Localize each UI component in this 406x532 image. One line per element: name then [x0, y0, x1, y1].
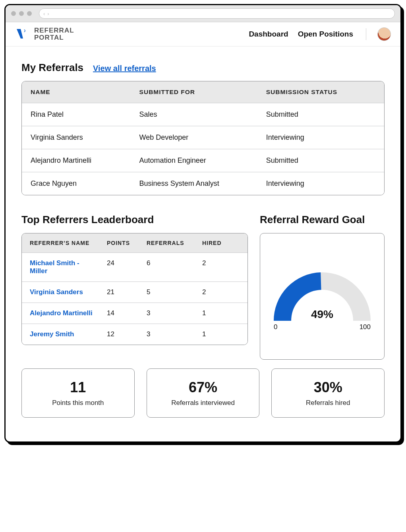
col-header-submitted-for: SUBMITTED FOR — [131, 81, 257, 103]
view-all-referrals-link[interactable]: View all referrals — [93, 64, 156, 73]
stat-value: 11 — [70, 379, 86, 396]
brand-line-1: REFERRAL — [34, 27, 74, 34]
cell-referrals: 6 — [141, 253, 197, 281]
stat-value: 67% — [189, 379, 217, 396]
top-nav: Dashboard Open Positions — [249, 27, 391, 41]
col-header-status: SUBMISSION STATUS — [257, 81, 384, 103]
cell-hired: 1 — [197, 324, 240, 345]
cell-points: 14 — [101, 303, 141, 324]
referrer-link[interactable]: Alejandro Martinelli — [30, 309, 93, 317]
cell-submitted-for: Web Developer — [131, 126, 257, 149]
stat-label: Points this month — [52, 399, 104, 407]
cell-referrals: 3 — [141, 303, 197, 324]
nav-back-icon: ‹ — [43, 11, 45, 17]
stat-label: Referrals hired — [306, 399, 350, 407]
cell-referrals: 3 — [141, 324, 197, 345]
col-header-points: POINTS — [101, 233, 141, 253]
cell-referrals: 5 — [141, 282, 197, 303]
nav-forward-icon: › — [47, 11, 49, 17]
cell-name: Grace Nguyen — [22, 172, 131, 195]
table-row: Rina Patel Sales Submitted — [22, 103, 384, 126]
my-referrals-table: NAME SUBMITTED FOR SUBMISSION STATUS Rin… — [21, 81, 385, 195]
cell-hired: 1 — [197, 303, 240, 324]
goal-card: 49% 0 100 — [260, 233, 385, 360]
my-referrals-header: NAME SUBMITTED FOR SUBMISSION STATUS — [22, 81, 384, 103]
cell-status: Submitted — [257, 149, 384, 172]
stat-card-hired: 30% Referrals hired — [271, 368, 385, 418]
app-window: ‹ › REFERRAL PORTAL Dashboard Open Posit… — [4, 4, 402, 443]
stats-row: 11 Points this month 67% Referrals inter… — [21, 368, 385, 418]
col-header-name: NAME — [22, 81, 131, 103]
gauge: 49% — [271, 261, 374, 325]
table-row: Virginia Sanders Web Developer Interview… — [22, 126, 384, 149]
cell-name: Virginia Sanders — [22, 126, 131, 149]
cell-status: Submitted — [257, 103, 384, 126]
section-title-goal: Referral Reward Goal — [260, 214, 385, 226]
nav-open-positions[interactable]: Open Positions — [298, 30, 353, 39]
leaderboard-table: REFERRER’S NAME POINTS REFERRALS HIRED M… — [21, 233, 248, 345]
leaderboard-header: REFERRER’S NAME POINTS REFERRALS HIRED — [22, 233, 247, 253]
cell-hired: 2 — [197, 253, 240, 281]
brand: REFERRAL PORTAL — [15, 27, 74, 41]
stat-label: Referrals interviewed — [171, 399, 235, 407]
cell-name: Alejandro Martinelli — [22, 149, 131, 172]
top-bar: REFERRAL PORTAL Dashboard Open Positions — [6, 22, 400, 46]
page-content: My Referrals View all referrals NAME SUB… — [6, 46, 400, 441]
table-row: Jeremy Smith 12 3 1 — [22, 324, 247, 345]
table-row: Alejandro Martinelli 14 3 1 — [22, 303, 247, 324]
referrer-link[interactable]: Michael Smith - Miller — [30, 259, 79, 275]
cell-name: Rina Patel — [22, 103, 131, 126]
table-row: Virginia Sanders 21 5 2 — [22, 281, 247, 303]
table-row: Alejandro Martinelli Automation Engineer… — [22, 149, 384, 172]
brand-text: REFERRAL PORTAL — [34, 27, 74, 41]
cell-status: Interviewing — [257, 126, 384, 149]
browser-chrome: ‹ › — [6, 5, 400, 22]
stat-value: 30% — [314, 379, 342, 396]
cell-submitted-for: Sales — [131, 103, 257, 126]
table-row: Grace Nguyen Business System Analyst Int… — [22, 172, 384, 195]
avatar[interactable] — [377, 27, 391, 41]
cell-submitted-for: Automation Engineer — [131, 149, 257, 172]
section-title-my-referrals: My Referrals — [21, 62, 83, 74]
referrer-link[interactable]: Jeremy Smith — [30, 330, 74, 338]
window-dot — [27, 11, 32, 16]
col-header-hired: HIRED — [197, 233, 240, 253]
cell-points: 12 — [101, 324, 141, 345]
col-header-referrals: REFERRALS — [141, 233, 197, 253]
cell-points: 24 — [101, 253, 141, 281]
nav-dashboard[interactable]: Dashboard — [249, 30, 288, 39]
table-row: Michael Smith - Miller 24 6 2 — [22, 253, 247, 281]
col-header-referrer-name: REFERRER’S NAME — [22, 233, 101, 253]
cell-points: 21 — [101, 282, 141, 303]
cell-status: Interviewing — [257, 172, 384, 195]
url-bar[interactable]: ‹ › — [39, 8, 395, 19]
brand-line-2: PORTAL — [34, 34, 74, 41]
gauge-percent: 49% — [271, 308, 374, 321]
nav-separator — [366, 28, 366, 40]
cell-hired: 2 — [197, 282, 240, 303]
section-title-leaderboard: Top Referrers Leaderboard — [21, 214, 248, 226]
window-dot — [11, 11, 16, 16]
stat-card-interviewed: 67% Referrals interviewed — [147, 368, 260, 418]
stat-card-points: 11 Points this month — [21, 368, 135, 418]
referrer-link[interactable]: Virginia Sanders — [30, 288, 83, 296]
window-dot — [19, 11, 24, 16]
logo-icon — [15, 27, 29, 41]
cell-submitted-for: Business System Analyst — [131, 172, 257, 195]
